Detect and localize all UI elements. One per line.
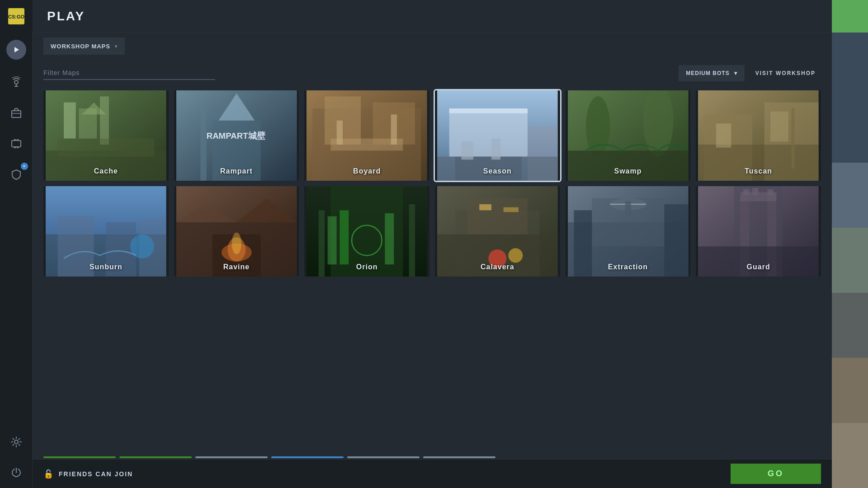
map-label-boyard: Boyard bbox=[304, 167, 429, 175]
map-label-sunburn: Sunburn bbox=[43, 263, 169, 271]
map-label-rampart: Rampart bbox=[174, 167, 299, 175]
go-button[interactable]: GO bbox=[731, 464, 821, 484]
map-card-swamp[interactable]: Swamp bbox=[566, 90, 691, 181]
svg-rect-53 bbox=[792, 108, 795, 169]
svg-marker-3 bbox=[14, 47, 19, 52]
workshop-maps-dropdown[interactable]: WORKSHOP MAPS ▾ bbox=[43, 38, 125, 55]
rp-block-1 bbox=[832, 33, 868, 163]
power-icon[interactable] bbox=[6, 463, 26, 483]
sidebar: CS:GO bbox=[0, 0, 33, 488]
csgo-logo[interactable]: CS:GO bbox=[0, 0, 33, 33]
map-card-guard[interactable]: Guard bbox=[696, 186, 821, 277]
medium-bots-label: MEDIUM BOTS bbox=[686, 70, 729, 76]
medium-bots-dropdown[interactable]: MEDIUM BOTS ▾ bbox=[679, 65, 744, 81]
svg-rect-52 bbox=[770, 112, 788, 142]
map-card-cache[interactable]: Cache bbox=[43, 90, 169, 181]
svg-point-14 bbox=[14, 440, 18, 444]
map-card-sunburn[interactable]: Sunburn bbox=[43, 186, 169, 277]
map-grid: Cache RAMPART城壁 Rampart Boyard Season Sw… bbox=[43, 90, 821, 277]
map-label-orion: Orion bbox=[304, 263, 429, 271]
inventory-icon[interactable] bbox=[6, 103, 26, 123]
map-grid-container[interactable]: Cache RAMPART城壁 Rampart Boyard Season Sw… bbox=[33, 81, 832, 488]
right-panel bbox=[832, 0, 868, 488]
map-card-boyard[interactable]: Boyard bbox=[304, 90, 429, 181]
map-label-guard: Guard bbox=[696, 263, 821, 271]
friends-can-join[interactable]: 🔓 FRIENDS CAN JOIN bbox=[43, 469, 133, 479]
svg-point-4 bbox=[14, 80, 18, 84]
main-content: PLAY WORKSHOP MAPS ▾ MEDIUM BOTS ▾ VISIT… bbox=[33, 0, 832, 488]
page-title: PLAY bbox=[47, 9, 85, 23]
svg-rect-37 bbox=[449, 108, 528, 113]
toolbar: WORKSHOP MAPS ▾ bbox=[33, 33, 832, 60]
indicator-4 bbox=[271, 456, 344, 458]
svg-rect-74 bbox=[385, 213, 394, 264]
map-card-extraction[interactable]: Extraction bbox=[566, 186, 691, 277]
svg-point-67 bbox=[231, 233, 241, 254]
svg-rect-79 bbox=[467, 198, 528, 235]
svg-rect-34 bbox=[391, 114, 397, 145]
map-label-swamp: Swamp bbox=[566, 167, 691, 175]
broadcast-icon[interactable] bbox=[6, 72, 26, 92]
filter-area: MEDIUM BOTS ▾ VISIT WORKSHOP bbox=[33, 60, 832, 81]
filter-maps-input[interactable] bbox=[43, 66, 215, 80]
svg-text:CS:GO: CS:GO bbox=[8, 14, 24, 19]
svg-rect-41 bbox=[461, 141, 473, 160]
svg-rect-12 bbox=[14, 147, 16, 148]
svg-rect-99 bbox=[768, 189, 774, 195]
map-label-tuscan: Tuscan bbox=[696, 167, 821, 175]
svg-rect-100 bbox=[698, 246, 819, 277]
friends-join-label: FRIENDS CAN JOIN bbox=[59, 470, 133, 478]
header: PLAY bbox=[33, 0, 832, 33]
svg-rect-9 bbox=[12, 141, 21, 147]
indicator-6 bbox=[423, 456, 495, 458]
visit-workshop-button[interactable]: VISIT WORKSHOP bbox=[750, 66, 821, 80]
play-button[interactable] bbox=[6, 40, 26, 60]
workshop-maps-label: WORKSHOP MAPS bbox=[51, 43, 110, 50]
svg-rect-36 bbox=[449, 108, 528, 157]
map-label-extraction: Extraction bbox=[566, 263, 691, 271]
svg-rect-72 bbox=[328, 216, 337, 265]
svg-rect-30 bbox=[325, 96, 361, 145]
map-label-ravine: Ravine bbox=[174, 263, 299, 271]
medium-bots-arrow-icon: ▾ bbox=[734, 70, 737, 76]
right-panel-blocks bbox=[832, 33, 868, 488]
filter-input-container bbox=[43, 66, 215, 80]
map-card-tuscan[interactable]: Tuscan bbox=[696, 90, 821, 181]
map-card-ravine[interactable]: Ravine bbox=[174, 186, 299, 277]
svg-rect-51 bbox=[716, 123, 731, 147]
shield-icon[interactable]: + bbox=[6, 164, 26, 184]
svg-rect-81 bbox=[504, 207, 519, 212]
indicator-3 bbox=[195, 456, 268, 458]
map-card-rampart[interactable]: RAMPART城壁 Rampart bbox=[174, 90, 299, 181]
svg-rect-97 bbox=[743, 189, 749, 195]
bottom-bar: 🔓 FRIENDS CAN JOIN GO bbox=[33, 459, 832, 488]
svg-rect-46 bbox=[568, 150, 689, 181]
rp-block-5 bbox=[832, 358, 868, 423]
indicator-2 bbox=[119, 456, 192, 458]
svg-rect-98 bbox=[752, 188, 758, 195]
rp-block-4 bbox=[832, 293, 868, 358]
shield-badge: + bbox=[21, 163, 28, 170]
indicator-1 bbox=[43, 456, 116, 458]
map-label-season: Season bbox=[435, 167, 560, 175]
svg-rect-13 bbox=[17, 147, 19, 148]
svg-text:RAMPART城壁: RAMPART城壁 bbox=[206, 131, 265, 141]
map-label-cache: Cache bbox=[43, 167, 169, 175]
rp-block-3 bbox=[832, 228, 868, 293]
settings-icon[interactable] bbox=[6, 432, 26, 452]
map-card-season[interactable]: Season bbox=[435, 90, 560, 181]
svg-rect-21 bbox=[58, 139, 154, 157]
map-card-orion[interactable]: Orion bbox=[304, 186, 429, 277]
watch-icon[interactable] bbox=[6, 134, 26, 154]
svg-rect-80 bbox=[479, 204, 491, 210]
indicator-5 bbox=[347, 456, 420, 458]
svg-rect-11 bbox=[17, 139, 19, 141]
rp-block-6 bbox=[832, 423, 868, 488]
svg-rect-17 bbox=[64, 103, 76, 139]
right-panel-top bbox=[832, 0, 868, 33]
svg-rect-7 bbox=[12, 111, 21, 117]
filter-right-controls: MEDIUM BOTS ▾ VISIT WORKSHOP bbox=[679, 65, 821, 81]
map-card-calavera[interactable]: Calavera bbox=[435, 186, 560, 277]
lock-icon: 🔓 bbox=[43, 469, 53, 479]
svg-rect-50 bbox=[698, 145, 819, 181]
